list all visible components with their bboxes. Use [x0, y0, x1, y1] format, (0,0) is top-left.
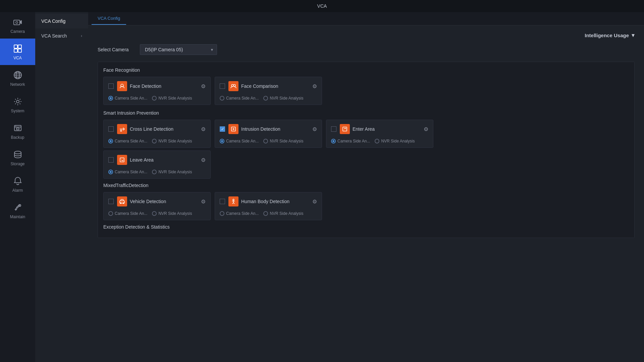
nvr-radio-label: NVR Side Analysis — [158, 96, 192, 101]
svg-point-20 — [231, 84, 233, 86]
face-detection-gear[interactable]: ⚙ — [201, 83, 206, 89]
hb-camera-radio[interactable]: Camera Side An... — [220, 211, 259, 216]
enter-area-radios: Camera Side An... NVR Side Analysis — [331, 139, 428, 143]
cross-line-card: Cross Line Detection ⚙ Camera Side An... — [103, 120, 211, 148]
chevron-down-icon[interactable]: ▾ — [632, 32, 635, 39]
face-detection-camera-radio[interactable]: Camera Side An... — [108, 96, 147, 101]
vehicle-gear[interactable]: ⚙ — [201, 198, 206, 205]
human-body-radios: Camera Side An... NVR Side Analysis — [220, 211, 317, 216]
human-body-checkbox[interactable] — [220, 199, 225, 204]
la-nvr-radio[interactable]: NVR Side Analysis — [152, 170, 192, 174]
vehicle-checkbox[interactable] — [108, 199, 114, 204]
svg-line-36 — [233, 202, 234, 204]
svg-point-30 — [120, 203, 121, 204]
content-area: Intelligence Usage ▾ Select Camera D5(IP… — [88, 25, 644, 362]
sidebar-item-maintain[interactable]: Maintain — [0, 197, 35, 224]
svg-point-17 — [14, 151, 21, 154]
face-comp-nvr-radio[interactable]: NVR Side Analysis — [263, 96, 303, 101]
select-camera-row: Select Camera D5(IP Camera 05) ▼ — [98, 44, 635, 55]
face-comparison-header: Face Comparison ⚙ — [220, 81, 317, 91]
intelligence-usage-row: Intelligence Usage ▾ — [98, 32, 635, 39]
camera-select[interactable]: D5(IP Camera 05) — [140, 44, 217, 55]
face-comparison-checkbox[interactable] — [220, 83, 225, 89]
cross-line-gear[interactable]: ⚙ — [201, 126, 206, 132]
ea-camera-radio[interactable]: Camera Side An... — [331, 139, 370, 143]
leave-area-header: Leave Area ⚙ — [108, 155, 206, 165]
exception-title: Exception Detection & Statistics — [103, 224, 629, 230]
enter-area-gear[interactable]: ⚙ — [424, 126, 428, 132]
human-body-icon — [228, 196, 238, 206]
svg-rect-4 — [18, 45, 21, 48]
backup-icon — [12, 123, 23, 133]
sidebar-item-network[interactable]: Network — [0, 65, 35, 92]
svg-point-21 — [233, 84, 235, 86]
vehicle-icon — [117, 196, 127, 206]
face-comp-camera-radio[interactable]: Camera Side An... — [220, 96, 259, 101]
vca-config-nav[interactable]: VCA Config — [35, 14, 88, 28]
svg-point-2 — [16, 21, 18, 23]
intelligence-usage-label: Intelligence Usage — [585, 33, 629, 38]
svg-point-31 — [123, 203, 124, 204]
svg-rect-5 — [14, 49, 17, 52]
leave-area-checkbox[interactable] — [108, 157, 114, 163]
sidebar-item-storage[interactable]: Storage — [0, 144, 35, 171]
leave-area-radios: Camera Side An... NVR Side Analysis — [108, 170, 206, 174]
fc-nvr-label: NVR Side Analysis — [270, 96, 303, 101]
cross-line-checkbox[interactable] — [108, 126, 114, 132]
ea-nvr-radio[interactable]: NVR Side Analysis — [375, 139, 415, 143]
mixed-traffic-title: MixedTrafficDetection — [103, 183, 629, 188]
select-camera-label: Select Camera — [98, 47, 135, 52]
camera-radio-circle — [108, 96, 113, 101]
maintain-icon — [12, 202, 23, 213]
human-body-gear[interactable]: ⚙ — [312, 198, 317, 205]
cross-line-radios: Camera Side An... NVR Side Analysis — [108, 139, 206, 143]
face-comparison-radios: Camera Side An... NVR Side Analysis — [220, 96, 317, 101]
leave-area-gear[interactable]: ⚙ — [201, 157, 206, 163]
vehicle-header: Vehicle Detection ⚙ — [108, 196, 206, 206]
intrusion-header: ✓ Intrusion Detection ⚙ — [220, 124, 317, 134]
enter-area-header: Enter Area ⚙ — [331, 124, 428, 134]
vd-camera-radio[interactable]: Camera Side An... — [108, 211, 147, 216]
smart-intrusion-title: Smart Intrusion Prevention — [103, 110, 629, 116]
sidebar-item-alarm[interactable]: Alarm — [0, 171, 35, 197]
vca-icon — [12, 43, 23, 54]
face-comparison-card: Face Comparison ⚙ Camera Side An... — [215, 77, 322, 105]
intrusion-gear[interactable]: ⚙ — [312, 126, 317, 132]
enter-area-checkbox[interactable] — [331, 126, 336, 132]
chevron-right-icon: › — [81, 34, 82, 38]
vd-nvr-radio[interactable]: NVR Side Analysis — [152, 211, 192, 216]
leave-area-row: Leave Area ⚙ Camera Side An... — [103, 150, 629, 179]
vca-search-nav[interactable]: VCA Search › — [35, 28, 88, 43]
id-nvr-radio[interactable]: NVR Side Analysis — [263, 139, 303, 143]
cl-camera-radio[interactable]: Camera Side An... — [108, 139, 147, 143]
sidebar-item-vca[interactable]: VCA — [0, 39, 35, 65]
hb-nvr-radio[interactable]: NVR Side Analysis — [263, 211, 303, 216]
intrusion-title: Intrusion Detection — [241, 126, 312, 132]
sidebar-item-camera[interactable]: Camera — [0, 12, 35, 39]
enter-area-card: Enter Area ⚙ Camera Side An... — [326, 120, 433, 148]
intrusion-detection-card: ✓ Intrusion Detection ⚙ — [215, 120, 322, 148]
face-detection-header: Face Detection ⚙ — [108, 81, 206, 91]
id-camera-radio[interactable]: Camera Side An... — [220, 139, 259, 143]
intrusion-checkbox[interactable]: ✓ — [220, 126, 225, 132]
face-detection-nvr-radio[interactable]: NVR Side Analysis — [152, 96, 192, 101]
smart-intrusion-section: Smart Intrusion Prevention Cross Line De… — [103, 110, 629, 148]
svg-rect-0 — [14, 20, 20, 25]
face-comparison-gear[interactable]: ⚙ — [312, 83, 317, 89]
network-icon — [12, 70, 23, 80]
cross-line-icon — [117, 124, 127, 134]
enter-area-icon — [340, 124, 350, 134]
system-icon — [12, 96, 23, 107]
cl-nvr-radio[interactable]: NVR Side Analysis — [152, 139, 192, 143]
face-detection-checkbox[interactable] — [108, 83, 114, 89]
storage-icon — [12, 149, 23, 160]
fc-nvr-radio-circle — [263, 96, 268, 101]
la-camera-radio[interactable]: Camera Side An... — [108, 170, 147, 174]
human-body-card: Human Body Detection ⚙ Camera Side An... — [215, 192, 322, 220]
sidebar-item-backup[interactable]: Backup — [0, 118, 35, 144]
tab-vca-config[interactable]: VCA Config — [92, 12, 126, 25]
cross-line-title: Cross Line Detection — [130, 126, 201, 132]
cross-line-header: Cross Line Detection ⚙ — [108, 124, 206, 134]
svg-point-23 — [120, 130, 122, 131]
sidebar-item-system[interactable]: System — [0, 92, 35, 118]
